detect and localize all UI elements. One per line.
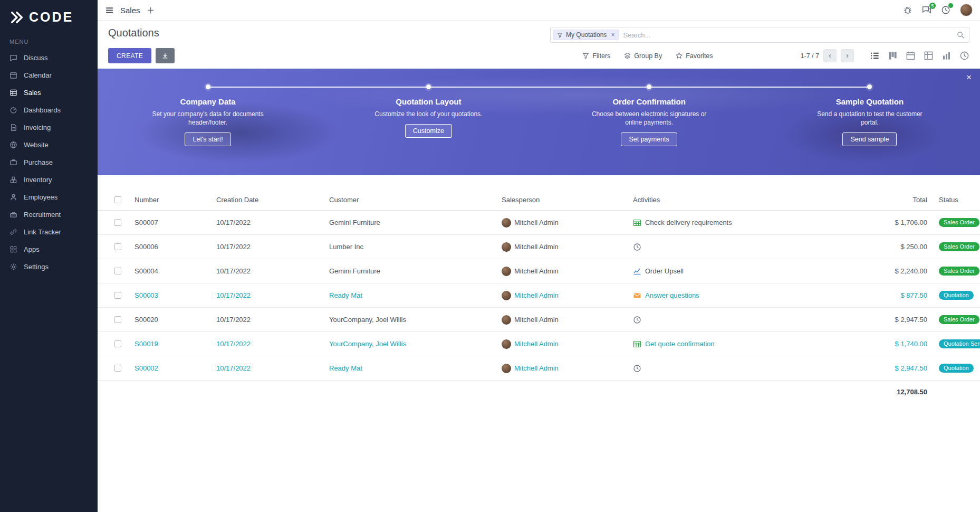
cell-number: S00004: [132, 267, 214, 275]
column-header-status[interactable]: Status: [931, 196, 980, 204]
column-header-salesperson[interactable]: Salesperson: [499, 196, 631, 204]
set-payments-button[interactable]: Set payments: [621, 132, 677, 146]
cell-activities[interactable]: Get quote confirmation: [631, 340, 852, 348]
sidebar-item-recruitment[interactable]: Recruitment: [0, 206, 98, 223]
row-checkbox[interactable]: [114, 365, 121, 372]
main-area: Sales 5 Quotations My Quotations ×: [98, 0, 980, 512]
table-row[interactable]: S00006 10/17/2022 Lumber Inc Mitchell Ad…: [98, 235, 980, 259]
view-activity-button[interactable]: [959, 51, 969, 61]
view-kanban-button[interactable]: [888, 51, 898, 61]
step-dot: [647, 84, 651, 89]
status-badge: Sales Order: [939, 242, 979, 251]
cell-total: $ 1,706.00: [852, 219, 931, 226]
cell-salesperson: Mitchell Admin: [499, 364, 631, 373]
app-title[interactable]: Sales: [120, 6, 140, 15]
view-calendar-button[interactable]: [906, 51, 916, 61]
search-input[interactable]: [619, 31, 957, 39]
group-by-icon: [624, 52, 631, 59]
favorites-button[interactable]: Favorites: [676, 52, 713, 60]
cell-activities[interactable]: Check delivery requirements: [631, 219, 852, 227]
cell-activities[interactable]: [631, 316, 852, 324]
row-checkbox[interactable]: [114, 316, 121, 323]
cell-number: S00002: [132, 364, 214, 372]
filters-icon: [582, 52, 589, 59]
sidebar-item-apps[interactable]: Apps: [0, 241, 98, 258]
export-button[interactable]: [156, 48, 175, 63]
sidebar-item-link-tracker[interactable]: Link Tracker: [0, 223, 98, 241]
cell-activities[interactable]: [631, 243, 852, 251]
plus-icon[interactable]: [147, 6, 155, 14]
cell-number: S00020: [132, 316, 214, 324]
lets-start-button[interactable]: Let's start!: [185, 132, 230, 146]
quotations-list: Number Creation Date Customer Salesperso…: [98, 189, 980, 403]
view-list-button[interactable]: [870, 51, 880, 61]
invoicing-icon: [9, 124, 18, 132]
pager: 1-7 / 7 ‹ ›: [801, 49, 854, 62]
hamburger-menu-icon[interactable]: [105, 6, 114, 15]
discuss-icon: [9, 54, 18, 62]
row-checkbox[interactable]: [114, 219, 121, 226]
sidebar-item-discuss[interactable]: Discuss: [0, 49, 98, 67]
sidebar-item-sales[interactable]: Sales: [0, 84, 98, 101]
status-badge: Sales Order: [939, 267, 979, 276]
debug-icon[interactable]: [903, 5, 912, 15]
table-row[interactable]: S00007 10/17/2022 Gemini Furniture Mitch…: [98, 211, 980, 235]
table-row[interactable]: S00020 10/17/2022 YourCompany, Joel Will…: [98, 308, 980, 332]
brand-logo[interactable]: CODE: [0, 0, 98, 29]
table-row[interactable]: S00002 10/17/2022 Ready Mat Mitchell Adm…: [98, 356, 980, 381]
messages-icon[interactable]: 5: [922, 5, 931, 15]
sidebar-item-settings[interactable]: Settings: [0, 258, 98, 276]
send-sample-button[interactable]: Send sample: [842, 132, 897, 146]
cell-activities[interactable]: Answer questions: [631, 291, 852, 300]
sidebar-item-inventory[interactable]: Inventory: [0, 171, 98, 188]
select-all-checkbox[interactable]: [114, 196, 121, 203]
activities-clock-icon[interactable]: [941, 5, 950, 15]
sidebar-item-purchase[interactable]: Purchase: [0, 154, 98, 171]
logo-text: CODE: [29, 10, 73, 25]
website-icon: [9, 141, 18, 149]
clock-icon: [633, 364, 641, 373]
sidebar-item-dashboards[interactable]: Dashboards: [0, 101, 98, 119]
row-checkbox[interactable]: [114, 268, 121, 274]
table-row[interactable]: S00019 10/17/2022 YourCompany, Joel Will…: [98, 332, 980, 356]
view-pivot-button[interactable]: [924, 51, 934, 61]
table-row[interactable]: S00004 10/17/2022 Gemini Furniture Mitch…: [98, 259, 980, 283]
cell-activities[interactable]: Order Upsell: [631, 267, 852, 276]
customize-button[interactable]: Customize: [405, 124, 452, 138]
onboarding-step-company-data: Company Data Set your company's data for…: [98, 84, 318, 175]
view-graph-button[interactable]: [941, 51, 952, 61]
salesperson-avatar: [502, 218, 511, 227]
row-checkbox[interactable]: [114, 243, 121, 250]
cell-creation-date: 10/17/2022: [214, 316, 327, 324]
sidebar-item-employees[interactable]: Employees: [0, 188, 98, 206]
column-header-total[interactable]: Total: [852, 196, 931, 204]
sidebar-item-website[interactable]: Website: [0, 136, 98, 154]
purchase-icon: [9, 158, 18, 167]
table-row[interactable]: S00003 10/17/2022 Ready Mat Mitchell Adm…: [98, 283, 980, 308]
cell-customer: YourCompany, Joel Willis: [327, 340, 499, 348]
group-by-button[interactable]: Group By: [624, 52, 662, 60]
pager-next-button[interactable]: ›: [841, 49, 854, 62]
pager-range: 1-7 / 7: [801, 52, 819, 60]
sidebar-item-invoicing[interactable]: Invoicing: [0, 119, 98, 136]
user-avatar[interactable]: [960, 4, 973, 16]
pager-previous-button[interactable]: ‹: [823, 49, 837, 62]
search-facet-my-quotations[interactable]: My Quotations ×: [553, 30, 619, 40]
filters-button[interactable]: Filters: [582, 52, 610, 60]
search-bar[interactable]: My Quotations ×: [550, 27, 969, 43]
row-checkbox[interactable]: [114, 292, 121, 299]
row-checkbox[interactable]: [114, 340, 121, 347]
column-header-activities[interactable]: Activities: [631, 196, 852, 204]
search-icon[interactable]: [957, 31, 965, 39]
status-badge: Quotation Sent: [939, 339, 980, 348]
column-header-number[interactable]: Number: [132, 196, 214, 204]
column-header-customer[interactable]: Customer: [327, 196, 499, 204]
create-button[interactable]: CREATE: [108, 48, 151, 63]
cell-creation-date: 10/17/2022: [214, 219, 327, 226]
cell-activities[interactable]: [631, 364, 852, 373]
facet-remove-icon[interactable]: ×: [611, 31, 614, 39]
cell-customer: Gemini Furniture: [327, 219, 499, 226]
column-header-creation-date[interactable]: Creation Date: [214, 196, 327, 204]
sidebar-item-calendar[interactable]: Calendar: [0, 67, 98, 84]
cell-salesperson: Mitchell Admin: [499, 291, 631, 300]
